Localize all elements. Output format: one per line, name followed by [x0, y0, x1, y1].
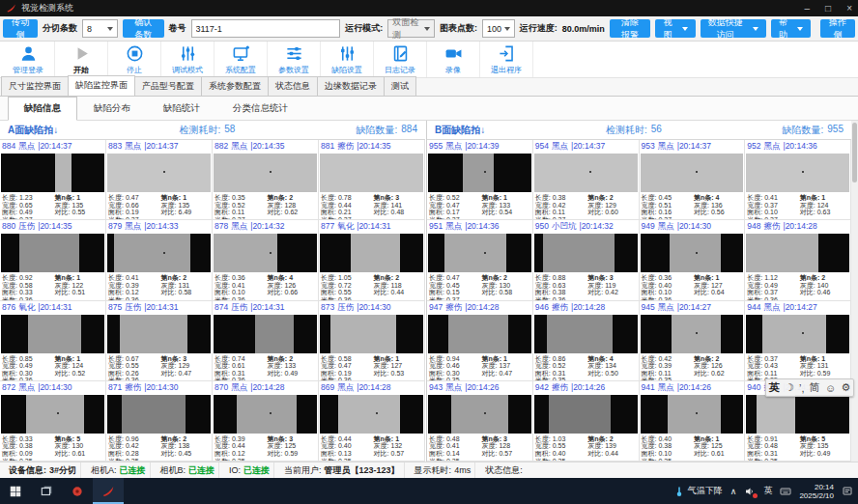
defect-cell[interactable]: 953 黑点 |20:14:37 长度:0.45 宽度:0.51 面积:0.16… — [640, 140, 746, 220]
stop-button[interactable]: 停止 — [108, 42, 161, 77]
ime-toolbar-item[interactable]: ⚙ — [841, 381, 850, 394]
defect-thumbnail[interactable] — [320, 154, 423, 192]
defect-thumbnail[interactable] — [428, 154, 531, 192]
defect-thumbnail[interactable] — [320, 234, 423, 272]
defect-cell[interactable]: 942 擦伤 |20:14:26 长度:1.03 宽度:0.55 面积:0.40… — [533, 381, 640, 462]
scrollbar[interactable] — [851, 121, 858, 462]
data-access-menu-button[interactable]: 数据快捷访问 — [701, 19, 766, 38]
operator-side-button[interactable]: 操作侧 — [820, 19, 855, 38]
tray-expand-chevron[interactable]: ∧ — [730, 487, 737, 496]
main-tab[interactable]: 测试 — [384, 76, 416, 96]
defect-thumbnail[interactable] — [641, 315, 744, 353]
defect-thumbnail[interactable] — [1, 395, 104, 434]
defect-cell[interactable]: 869 黑点 |20:14:28 长度:0.44 宽度:0.40 面积:0.13… — [319, 381, 425, 462]
ime-toolbar-item[interactable]: 简 — [810, 380, 820, 395]
keyboard-icon[interactable] — [780, 486, 791, 497]
action-center-icon[interactable] — [842, 486, 853, 497]
defect-thumbnail[interactable] — [746, 234, 849, 272]
main-tab[interactable]: 尺寸监控界面 — [1, 76, 69, 96]
system-config-button[interactable]: 系统配置 — [214, 42, 268, 77]
defect-thumbnail[interactable] — [428, 234, 531, 272]
log-record-button[interactable]: 日志记录 — [374, 42, 427, 77]
defect-thumbnail[interactable] — [107, 395, 211, 434]
defect-cell[interactable]: 880 压伤 |20:14:35 长度:0.92 宽度:0.58 面积:0.33… — [0, 220, 106, 300]
defect-cell[interactable]: 879 黑点 |20:14:33 长度:0.41 宽度:0.39 面积:0.12… — [106, 220, 213, 300]
defect-thumbnail[interactable] — [1, 234, 104, 272]
sub-tab[interactable]: 分类信息统计 — [216, 97, 304, 121]
defect-thumbnail[interactable] — [746, 154, 849, 192]
defect-thumbnail[interactable] — [1, 315, 104, 353]
admin-login-button[interactable]: 管理登录 — [2, 42, 55, 77]
defect-cell[interactable]: 950 小凹坑 |20:14:32 长度:0.88 宽度:0.63 面积:0.3… — [533, 220, 640, 300]
confirm-count-button[interactable]: 确认条数 — [123, 19, 164, 38]
main-tab[interactable]: 状态信息 — [268, 76, 318, 96]
main-tab[interactable]: 缺陷监控界面 — [68, 75, 135, 96]
sub-tab[interactable]: 缺陷信息 — [8, 97, 77, 121]
help-menu-button[interactable]: 帮助 — [771, 19, 811, 38]
task-view-button[interactable] — [31, 478, 62, 504]
defect-thumbnail[interactable] — [746, 395, 849, 434]
defect-cell[interactable]: 870 黑点 |20:14:28 长度:0.39 宽度:0.44 面积:0.12… — [213, 381, 319, 462]
taskbar-app-camera[interactable] — [62, 478, 93, 504]
defect-cell[interactable]: 874 压伤 |20:14:31 长度:0.74 宽度:0.61 面积:0.31… — [213, 301, 319, 381]
roll-number-input[interactable] — [191, 19, 341, 38]
defect-thumbnail[interactable] — [214, 154, 317, 192]
ime-language-indicator[interactable]: 英 — [763, 485, 772, 497]
defect-cell[interactable]: 944 黑点 |20:14:27 长度:0.37 宽度:0.43 面积:0.11… — [745, 301, 851, 381]
defect-cell[interactable]: 952 黑点 |20:14:36 长度:0.41 宽度:0.37 面积:0.10… — [745, 140, 851, 220]
drive-side-button[interactable]: 传动侧 — [3, 19, 38, 38]
weather-widget[interactable]: 气温下降 — [673, 485, 723, 497]
taskbar-app-vision-system[interactable] — [93, 478, 124, 504]
start-button[interactable] — [0, 478, 31, 504]
defect-thumbnail[interactable] — [641, 154, 744, 192]
defect-thumbnail[interactable] — [107, 154, 211, 192]
view-menu-button[interactable]: 视图 — [655, 19, 695, 38]
main-tab[interactable]: 系统参数配置 — [201, 76, 269, 96]
defect-thumbnail[interactable] — [641, 234, 744, 272]
defect-cell[interactable]: 941 黑点 |20:14:26 长度:0.40 宽度:0.38 面积:0.10… — [640, 381, 746, 462]
defect-cell[interactable]: 947 擦伤 |20:14:28 长度:0.94 宽度:0.46 面积:0.30… — [427, 301, 533, 381]
start-button[interactable]: 开始 — [55, 42, 108, 77]
defect-cell[interactable]: 884 黑点 |20:14:37 长度:1.23 宽度:0.65 面积:0.49… — [0, 140, 106, 220]
defect-thumbnail[interactable] — [428, 315, 531, 353]
defect-cell[interactable]: 881 擦伤 |20:14:35 长度:0.78 宽度:0.44 面积:0.21… — [319, 140, 425, 220]
defect-cell[interactable]: 954 黑点 |20:14:37 长度:0.38 宽度:0.42 面积:0.11… — [533, 140, 640, 220]
debug-mode-button[interactable]: 调试模式 — [161, 42, 214, 77]
defect-thumbnail[interactable] — [534, 315, 638, 353]
sub-tab[interactable]: 缺陷分布 — [77, 97, 147, 121]
ime-toolbar-item[interactable]: 英 — [769, 380, 780, 395]
defect-cell[interactable]: 955 黑点 |20:14:39 长度:0.52 宽度:0.47 面积:0.17… — [427, 140, 533, 220]
defect-cell[interactable]: 945 黑点 |20:14:27 长度:0.42 宽度:0.39 面积:0.11… — [640, 301, 746, 381]
defect-cell[interactable]: 876 氧化 |20:14:31 长度:0.85 宽度:0.49 面积:0.30… — [0, 301, 106, 381]
ime-toolbar-item[interactable]: ☺ — [825, 382, 836, 394]
defect-cell[interactable]: 871 擦伤 |20:14:30 长度:0.96 宽度:0.42 面积:0.28… — [106, 381, 213, 462]
defect-thumbnail[interactable] — [1, 154, 104, 192]
defect-cell[interactable]: 951 黑点 |20:14:36 长度:0.47 宽度:0.45 面积:0.15… — [427, 220, 533, 300]
defect-thumbnail[interactable] — [746, 315, 849, 353]
ime-toolbar-item[interactable]: ’, — [799, 382, 805, 394]
ime-toolbar-item[interactable]: ☽ — [785, 381, 794, 394]
defect-thumbnail[interactable] — [534, 234, 638, 272]
defect-thumbnail[interactable] — [214, 234, 317, 272]
defect-thumbnail[interactable] — [107, 234, 211, 272]
defect-thumbnail[interactable] — [428, 395, 531, 434]
defect-thumbnail[interactable] — [320, 315, 423, 353]
close-button[interactable]: × — [846, 3, 852, 14]
maximize-button[interactable]: □ — [825, 3, 831, 14]
parameter-settings-button[interactable]: 参数设置 — [268, 42, 321, 77]
main-tab[interactable]: 边缘数据记录 — [317, 76, 385, 96]
defect-thumbnail[interactable] — [534, 395, 638, 434]
defect-thumbnail[interactable] — [641, 395, 744, 434]
slit-count-select[interactable]: 8 — [82, 19, 118, 38]
defect-thumbnail[interactable] — [320, 395, 423, 434]
defect-settings-button[interactable]: 缺陷设置 — [321, 42, 374, 77]
taskbar-clock[interactable]: 20:14 2025/2/10 — [799, 483, 834, 500]
defect-cell[interactable]: 946 擦伤 |20:14:28 长度:0.86 宽度:0.52 面积:0.31… — [533, 301, 640, 381]
defect-cell[interactable]: 882 黑点 |20:14:35 长度:0.35 宽度:0.52 面积:0.11… — [213, 140, 319, 220]
minimize-button[interactable]: – — [805, 3, 811, 14]
defect-cell[interactable]: 943 黑点 |20:14:26 长度:0.48 宽度:0.41 面积:0.14… — [427, 381, 533, 462]
defect-thumbnail[interactable] — [214, 395, 317, 434]
run-mode-select[interactable]: 双面检测 — [387, 19, 435, 38]
main-tab[interactable]: 产品型号配置 — [134, 76, 202, 96]
defect-cell[interactable]: 872 黑点 |20:14:30 长度:0.33 宽度:0.38 面积:0.09… — [0, 381, 106, 462]
